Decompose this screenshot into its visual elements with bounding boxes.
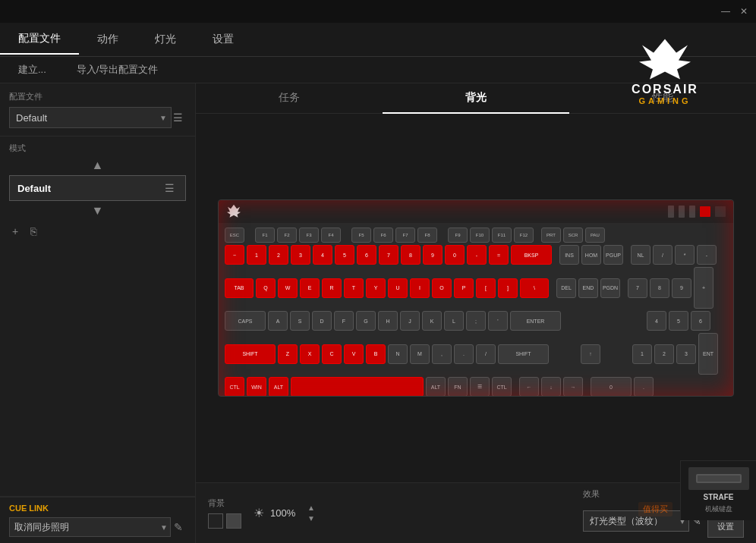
numpad-0[interactable]: 0	[591, 377, 632, 397]
key-slash[interactable]: /	[476, 344, 496, 364]
key-caps[interactable]: CAPS	[225, 311, 266, 331]
key-r[interactable]: R	[322, 278, 342, 298]
key-i[interactable]: I	[410, 278, 430, 298]
key-space[interactable]	[291, 377, 424, 397]
tab-light[interactable]: 灯光	[137, 25, 194, 54]
key-pgup[interactable]: PGUP	[603, 245, 623, 265]
key-esc[interactable]: ESC	[225, 228, 244, 243]
close-button[interactable]: ✕	[738, 5, 750, 17]
key-backslash[interactable]: \	[520, 278, 549, 298]
key-lbracket[interactable]: [	[476, 278, 496, 298]
tab-settings[interactable]: 设置	[194, 25, 252, 54]
key-c[interactable]: C	[322, 344, 342, 364]
key-s[interactable]: S	[290, 311, 310, 331]
mode-up-button[interactable]: ▲	[9, 159, 186, 172]
key-fn[interactable]: FN	[448, 377, 468, 397]
key-3[interactable]: 3	[291, 245, 310, 265]
brightness-up-button[interactable]: ▲	[307, 504, 316, 513]
key-f6[interactable]: F6	[373, 228, 393, 243]
key-period[interactable]: .	[454, 344, 474, 364]
key-f4[interactable]: F4	[321, 228, 341, 243]
key-prt[interactable]: PRT	[541, 228, 561, 243]
add-mode-button[interactable]: +	[9, 224, 21, 239]
key-lshift[interactable]: SHIFT	[225, 344, 276, 364]
key-f1[interactable]: F1	[255, 228, 275, 243]
key-f8[interactable]: F8	[417, 228, 437, 243]
key-menu[interactable]: ☰	[470, 377, 490, 397]
numpad-7[interactable]: 7	[628, 278, 647, 298]
key-j[interactable]: J	[400, 311, 420, 331]
numpad-9[interactable]: 9	[672, 278, 691, 298]
mode-item-default[interactable]: Default ☰	[9, 175, 186, 201]
numpad-minus[interactable]: -	[697, 245, 717, 265]
key-4[interactable]: 4	[313, 245, 332, 265]
tab-backlight[interactable]: 背光	[383, 83, 569, 114]
key-f11[interactable]: F11	[492, 228, 512, 243]
key-v[interactable]: V	[344, 344, 364, 364]
key-minus[interactable]: -	[467, 245, 487, 265]
key-del[interactable]: DEL	[556, 278, 576, 298]
key-f9[interactable]: F9	[448, 228, 468, 243]
copy-mode-button[interactable]: ⎘	[27, 224, 39, 239]
key-a[interactable]: A	[268, 311, 288, 331]
key-h[interactable]: H	[378, 311, 398, 331]
numpad-slash[interactable]: /	[653, 245, 673, 265]
key-rbracket[interactable]: ]	[498, 278, 518, 298]
effects-select[interactable]: 灯光类型（波纹）	[583, 510, 689, 532]
key-lalt[interactable]: ALT	[269, 377, 288, 397]
profile-select[interactable]: Default	[9, 107, 172, 128]
key-7[interactable]: 7	[379, 245, 398, 265]
key-ralt[interactable]: ALT	[426, 377, 446, 397]
tab-action[interactable]: 动作	[79, 25, 137, 54]
tab-task[interactable]: 任务	[196, 83, 383, 114]
key-f10[interactable]: F10	[470, 228, 490, 243]
cuelink-select[interactable]: 取消同步照明	[9, 517, 171, 537]
key-y[interactable]: Y	[366, 278, 386, 298]
key-z[interactable]: Z	[278, 344, 298, 364]
brightness-down-button[interactable]: ▼	[307, 514, 316, 523]
numpad-3[interactable]: 3	[676, 344, 696, 364]
key-tilde[interactable]: ~	[225, 245, 244, 265]
swatch-black[interactable]	[208, 513, 223, 529]
numpad-1[interactable]: 1	[632, 344, 652, 364]
key-n[interactable]: N	[388, 344, 408, 364]
key-t[interactable]: T	[344, 278, 364, 298]
key-rctrl[interactable]: CTL	[492, 377, 512, 397]
minimize-button[interactable]: —	[720, 5, 732, 17]
numpad-enter[interactable]: ENT	[698, 333, 718, 375]
key-end[interactable]: END	[578, 278, 598, 298]
key-f12[interactable]: F12	[514, 228, 534, 243]
numpad-asterisk[interactable]: *	[675, 245, 695, 265]
key-d[interactable]: D	[312, 311, 332, 331]
key-q[interactable]: Q	[256, 278, 276, 298]
numpad-4[interactable]: 4	[647, 311, 666, 331]
key-b[interactable]: B	[366, 344, 386, 364]
key-ins[interactable]: INS	[559, 245, 579, 265]
cuelink-edit-button[interactable]: ✎	[171, 519, 186, 535]
key-tab[interactable]: TAB	[225, 278, 254, 298]
mode-down-button[interactable]: ▼	[9, 204, 186, 218]
key-k[interactable]: K	[422, 311, 442, 331]
numpad-plus[interactable]: +	[694, 267, 713, 309]
key-comma[interactable]: ,	[432, 344, 452, 364]
key-l[interactable]: L	[444, 311, 464, 331]
mode-options-button[interactable]: ☰	[162, 180, 178, 196]
key-w[interactable]: W	[278, 278, 298, 298]
key-left[interactable]: ←	[519, 377, 539, 397]
key-f[interactable]: F	[334, 311, 354, 331]
key-semicolon[interactable]: ;	[466, 311, 486, 331]
key-up[interactable]: ↑	[581, 344, 600, 364]
swatch-dark[interactable]	[226, 513, 241, 529]
key-lwin[interactable]: WIN	[247, 377, 266, 397]
numpad-5[interactable]: 5	[669, 311, 688, 331]
key-pau[interactable]: PAU	[585, 228, 605, 243]
key-enter[interactable]: ENTER	[510, 311, 561, 331]
key-u[interactable]: U	[388, 278, 408, 298]
key-backspace[interactable]: BKSP	[511, 245, 552, 265]
key-e[interactable]: E	[300, 278, 320, 298]
key-6[interactable]: 6	[357, 245, 376, 265]
key-9[interactable]: 9	[423, 245, 443, 265]
key-8[interactable]: 8	[401, 245, 421, 265]
key-f7[interactable]: F7	[395, 228, 415, 243]
numpad-2[interactable]: 2	[654, 344, 674, 364]
